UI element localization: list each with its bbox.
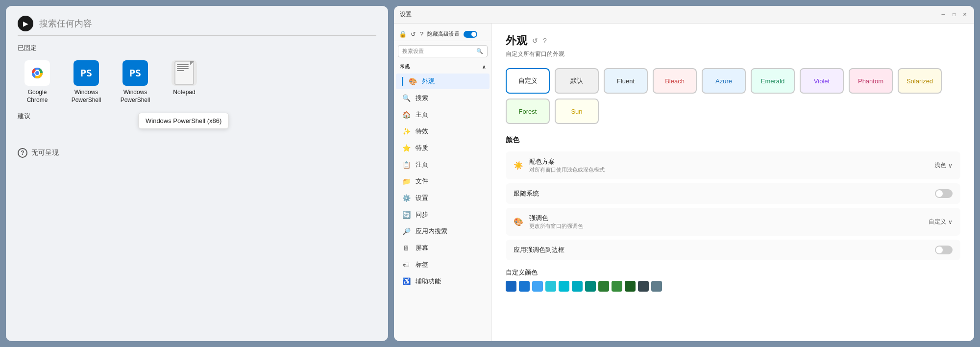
sidebar-item-sync[interactable]: 🔄 同步 xyxy=(396,207,490,223)
effects-icon: ✨ xyxy=(402,127,411,135)
sidebar-item-tags[interactable]: 🏷 标签 xyxy=(396,257,490,273)
pinned-apps: GoogleChrome PS WindowsPowerShell PS Win… xyxy=(18,60,376,104)
swatch-2[interactable] xyxy=(532,281,543,292)
no-results-text: 无可呈现 xyxy=(31,149,59,157)
page-subtitle: 自定义所有窗口的外观 xyxy=(506,50,960,58)
maximize-button[interactable]: □ xyxy=(951,11,957,18)
no-results: ? 无可呈现 xyxy=(18,148,376,158)
color-palette xyxy=(506,281,960,292)
accentborder-name: 应用强调色到边框 xyxy=(514,246,564,254)
sidebar-item-search[interactable]: 🔍 搜索 xyxy=(396,90,490,106)
sidebar-item-home[interactable]: 🏠 主页 xyxy=(396,107,490,123)
active-indicator xyxy=(402,77,403,86)
search-input[interactable]: 搜索任何内容 xyxy=(39,18,376,29)
scheme-dropdown[interactable]: 浅色 ∨ xyxy=(934,161,953,170)
tooltip-popup: Windows PowerShell (x86) xyxy=(138,113,229,129)
app-item-powershell2[interactable]: PS WindowsPowerShell xyxy=(116,60,155,104)
followsystem-toggle[interactable] xyxy=(935,189,953,198)
sidebar-label-inapp-search: 应用内搜索 xyxy=(416,227,447,236)
sidebar-label-screen: 屏幕 xyxy=(416,244,428,252)
minimize-button[interactable]: ─ xyxy=(940,11,947,18)
search-bar: ▶ 搜索任何内容 xyxy=(18,16,376,36)
lock-icon[interactable]: 🔒 xyxy=(399,30,407,38)
sidebar-label-home: 主页 xyxy=(416,110,428,119)
page-refresh-icon: ↺ xyxy=(532,37,538,45)
search-panel: ▶ 搜索任何内容 已固定 xyxy=(6,6,388,341)
files-icon: 📁 xyxy=(402,177,411,185)
theme-violet[interactable]: Violet xyxy=(800,68,844,94)
sidebar-item-effects[interactable]: ✨ 特效 xyxy=(396,124,490,139)
screen-icon: 🖥 xyxy=(402,244,411,252)
swatch-5[interactable] xyxy=(572,281,583,292)
sidebar-item-screen[interactable]: 🖥 屏幕 xyxy=(396,240,490,256)
theme-emerald[interactable]: Emerald xyxy=(751,68,795,94)
swatch-11[interactable] xyxy=(651,281,662,292)
sidebar-label-appearance: 外观 xyxy=(422,77,435,86)
swatch-0[interactable] xyxy=(506,281,516,292)
no-results-icon: ? xyxy=(18,148,27,158)
toggle-knob-border xyxy=(936,247,943,253)
app-item-chrome[interactable]: GoogleChrome xyxy=(18,60,57,104)
sidebar-section-header: 常规 ∧ xyxy=(394,60,491,73)
collapse-icon[interactable]: ∧ xyxy=(482,64,486,70)
swatch-1[interactable] xyxy=(519,281,530,292)
settings-sidebar: 🔒 ↺ ? 隐藏高级设置 搜索设置 🔍 常规 ∧ 🎨 xyxy=(394,24,492,341)
accent-name: 强调色 xyxy=(529,214,583,223)
sidebar-item-tabs[interactable]: 📋 注页 xyxy=(396,157,490,173)
swatch-4[interactable] xyxy=(559,281,569,292)
close-button[interactable]: ✕ xyxy=(961,11,968,18)
accent-icon: 🎨 xyxy=(514,217,523,226)
swatch-3[interactable] xyxy=(545,281,556,292)
theme-sun[interactable]: Sun xyxy=(555,99,599,124)
search-menu-icon: 🔍 xyxy=(402,94,411,102)
swatch-10[interactable] xyxy=(638,281,649,292)
scheme-icon: ☀️ xyxy=(514,161,523,170)
swatch-6[interactable] xyxy=(585,281,596,292)
appearance-icon: 🎨 xyxy=(408,77,417,85)
home-icon: 🏠 xyxy=(402,111,411,119)
setting-row-scheme: ☀️ 配色方案 对所有窗口使用浅色或深色模式 浅色 ∨ xyxy=(506,151,960,179)
swatch-9[interactable] xyxy=(625,281,636,292)
app-item-notepad[interactable]: Notepad xyxy=(165,60,204,97)
theme-fluent[interactable]: Fluent xyxy=(604,68,648,94)
swatch-8[interactable] xyxy=(612,281,622,292)
help-icon[interactable]: ? xyxy=(420,30,423,38)
theme-custom[interactable]: 自定义 xyxy=(506,68,550,94)
accent-dropdown[interactable]: 自定义 ∨ xyxy=(929,218,953,226)
pinned-label: 已固定 xyxy=(18,44,376,52)
app-icon-chrome xyxy=(24,60,50,86)
sidebar-label-features: 特质 xyxy=(416,144,428,152)
search-settings-icon: 🔍 xyxy=(476,48,483,54)
advanced-toggle[interactable] xyxy=(464,31,477,38)
section-label: 常规 xyxy=(400,63,410,70)
refresh-icon[interactable]: ↺ xyxy=(411,30,416,38)
app-item-powershell1[interactable]: PS WindowsPowerShell xyxy=(67,60,106,104)
accent-desc: 更改所有窗口的强调色 xyxy=(529,223,583,230)
custom-colors-section: 自定义颜色 xyxy=(506,268,960,292)
theme-solarized[interactable]: Solarized xyxy=(898,68,942,94)
settings-menu-icon: ⚙️ xyxy=(402,194,411,202)
sidebar-label-effects: 特效 xyxy=(416,127,428,136)
theme-phantom[interactable]: Phantom xyxy=(849,68,893,94)
swatch-7[interactable] xyxy=(598,281,609,292)
theme-forest[interactable]: Forest xyxy=(506,99,550,124)
sidebar-item-appearance[interactable]: 🎨 外观 xyxy=(396,74,490,89)
sidebar-label-tabs: 注页 xyxy=(416,160,428,169)
sidebar-item-inapp-search[interactable]: 🔎 应用内搜索 xyxy=(396,223,490,239)
theme-bleach[interactable]: Bleach xyxy=(653,68,697,94)
titlebar-controls: ─ □ ✕ xyxy=(940,11,968,18)
accentborder-toggle[interactable] xyxy=(935,246,953,254)
sidebar-item-files[interactable]: 📁 文件 xyxy=(396,174,490,189)
settings-body: 🔒 ↺ ? 隐藏高级设置 搜索设置 🔍 常规 ∧ 🎨 xyxy=(394,24,974,341)
theme-azure[interactable]: Azure xyxy=(702,68,746,94)
sidebar-toolbar: 🔒 ↺ ? 隐藏高级设置 xyxy=(394,27,491,41)
sidebar-item-accessibility[interactable]: ♿ 辅助功能 xyxy=(396,273,490,289)
features-icon: ⭐ xyxy=(402,144,411,152)
theme-default[interactable]: 默认 xyxy=(555,68,599,94)
sidebar-item-features[interactable]: ⭐ 特质 xyxy=(396,140,490,156)
svg-point-4 xyxy=(35,71,39,75)
sidebar-item-settings[interactable]: ⚙️ 设置 xyxy=(396,190,490,206)
search-settings-bar[interactable]: 搜索设置 🔍 xyxy=(398,45,488,57)
theme-grid: 自定义 默认 Fluent Bleach Azure Emerald Viole… xyxy=(506,68,960,124)
tags-icon: 🏷 xyxy=(402,261,411,269)
